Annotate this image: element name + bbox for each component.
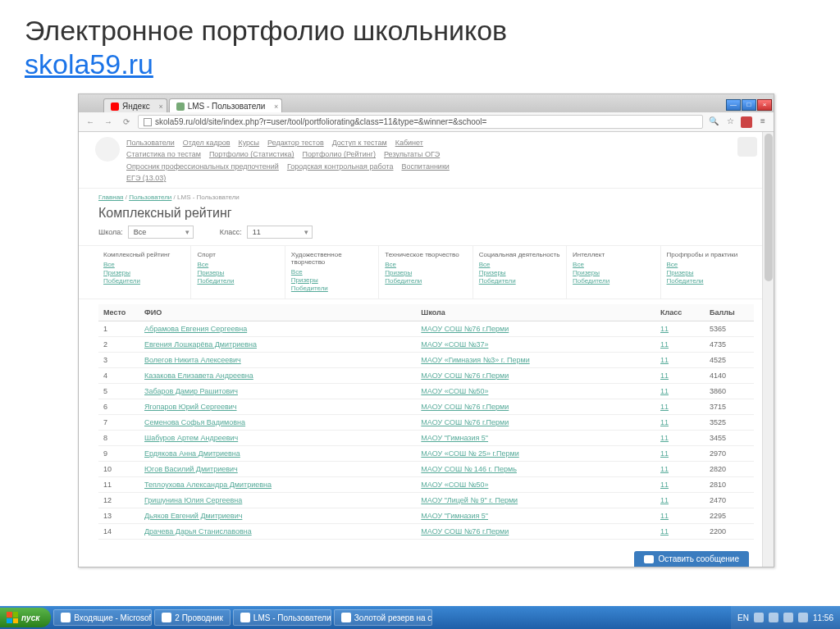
browser-tab-active[interactable]: LMS - Пользователи × xyxy=(169,98,283,112)
col-school[interactable]: Школа xyxy=(416,304,655,321)
nav-link[interactable]: Курсы xyxy=(238,139,259,147)
category-link[interactable]: Призеры xyxy=(291,276,373,285)
nav-link[interactable]: Кабинет xyxy=(395,139,423,147)
category-link[interactable]: Победители xyxy=(291,285,373,293)
category-link[interactable]: Все xyxy=(291,268,373,276)
category-link[interactable]: Победители xyxy=(197,277,279,285)
school-link[interactable]: МАОУ СОШ № 146 г. Пермь xyxy=(421,465,517,473)
student-link[interactable]: Югов Василий Дмитриевич xyxy=(144,465,238,473)
category-link[interactable]: Победители xyxy=(479,277,561,285)
school-link[interactable]: МАОУ "Лицей № 9" г. Перми xyxy=(421,496,518,504)
student-link[interactable]: Евгения Лошкарёва Дмитриевна xyxy=(144,340,257,349)
minimize-button[interactable]: — xyxy=(726,99,741,111)
tray-lang[interactable]: EN xyxy=(737,613,749,622)
class-link[interactable]: 11 xyxy=(660,387,669,395)
school-dropdown[interactable]: Все xyxy=(128,226,194,239)
reload-button[interactable]: ⟳ xyxy=(120,116,133,129)
student-link[interactable]: Гришунина Юлия Сергеевна xyxy=(144,496,242,504)
student-link[interactable]: Шабуров Артем Андреевич xyxy=(144,434,238,442)
student-link[interactable]: Ердякова Анна Дмитриевна xyxy=(144,449,240,458)
nav-link[interactable]: Портфолио (Статистика) xyxy=(209,150,294,158)
class-link[interactable]: 11 xyxy=(660,340,669,349)
student-link[interactable]: Семенова Софья Вадимовна xyxy=(144,418,245,426)
school-link[interactable]: МАОУ СОШ №76 г.Перми xyxy=(421,325,509,333)
close-icon[interactable]: × xyxy=(158,103,162,111)
nav-link[interactable]: Отдел кадров xyxy=(183,139,231,147)
nav-link[interactable]: Результаты ОГЭ xyxy=(384,150,440,158)
student-link[interactable]: Волегов Никита Алексеевич xyxy=(144,356,241,364)
slide-link[interactable]: skola59.ru xyxy=(25,48,153,80)
category-link[interactable]: Призеры xyxy=(667,269,749,277)
school-link[interactable]: МАОУ СОШ №76 г.Перми xyxy=(421,403,509,411)
school-link[interactable]: МАОУ «СОШ № 25» г.Перми xyxy=(421,449,518,458)
col-place[interactable]: Место xyxy=(98,304,139,321)
category-link[interactable]: Все xyxy=(667,261,749,269)
category-link[interactable]: Призеры xyxy=(385,269,467,277)
tray-icon[interactable] xyxy=(754,613,764,622)
school-link[interactable]: МАОУ СОШ №76 г.Перми xyxy=(421,371,509,380)
taskbar-item[interactable]: 2 Проводник xyxy=(154,609,231,626)
student-link[interactable]: Ягопаров Юрий Сергеевич xyxy=(144,403,237,411)
close-icon[interactable]: × xyxy=(274,103,278,111)
category-link[interactable]: Победители xyxy=(573,277,655,285)
class-link[interactable]: 11 xyxy=(660,325,669,333)
close-button[interactable]: × xyxy=(757,99,772,111)
category-link[interactable]: Призеры xyxy=(197,269,279,277)
category-link[interactable]: Победители xyxy=(385,277,467,285)
start-button[interactable]: пуск xyxy=(0,608,51,627)
nav-link[interactable]: Доступ к тестам xyxy=(332,139,387,147)
category-link[interactable]: Победители xyxy=(103,277,185,285)
student-link[interactable]: Забаров Дамир Рашитович xyxy=(144,387,238,395)
col-class[interactable]: Класс xyxy=(655,304,705,321)
class-link[interactable]: 11 xyxy=(660,449,669,458)
site-logo[interactable] xyxy=(95,137,120,162)
nav-link[interactable]: Редактор тестов xyxy=(267,139,324,147)
menu-icon[interactable]: ≡ xyxy=(757,116,769,128)
chat-widget[interactable]: Оставить сообщение xyxy=(634,551,749,567)
tray-clock[interactable]: 11:56 xyxy=(813,613,833,622)
category-link[interactable]: Все xyxy=(197,261,279,269)
school-link[interactable]: МАОУ "Гимназия 5" xyxy=(421,434,488,442)
school-link[interactable]: МАОУ СОШ №76 г.Перми xyxy=(421,418,509,426)
nav-link[interactable]: Портфолио (Рейтинг) xyxy=(303,150,376,158)
nav-link[interactable]: Городская контрольная работа xyxy=(287,162,394,171)
class-link[interactable]: 11 xyxy=(660,465,669,473)
maximize-button[interactable]: □ xyxy=(742,99,756,111)
tray-icon[interactable] xyxy=(769,613,778,622)
scrollbar[interactable] xyxy=(762,132,774,567)
bookmark-icon[interactable]: ☆ xyxy=(724,116,736,128)
forward-button[interactable]: → xyxy=(102,116,115,129)
student-link[interactable]: Абрамова Евгения Сергеевна xyxy=(144,325,247,333)
class-link[interactable]: 11 xyxy=(660,434,669,442)
browser-tab[interactable]: Яндекс × xyxy=(103,98,167,112)
nav-link[interactable]: Опросник профессиональных предпочтений xyxy=(126,162,279,171)
taskbar-item[interactable]: Входящие - Microsof... xyxy=(53,609,152,626)
nav-link[interactable]: Пользователи xyxy=(126,139,175,147)
breadcrumb-home[interactable]: Главная xyxy=(98,194,123,201)
category-link[interactable]: Все xyxy=(479,261,561,269)
class-link[interactable]: 11 xyxy=(660,418,669,426)
class-link[interactable]: 11 xyxy=(660,481,669,489)
school-link[interactable]: МАОУ «СОШ №50» xyxy=(421,481,488,489)
class-link[interactable]: 11 xyxy=(660,496,669,504)
taskbar-item[interactable]: LMS - Пользователи... xyxy=(233,609,331,626)
col-fio[interactable]: ФИО xyxy=(139,304,416,321)
school-link[interactable]: МАОУ «Гимназия №3» г. Перми xyxy=(421,356,529,364)
url-input[interactable]: skola59.ru/old/site/index.php?r=user/too… xyxy=(138,115,703,129)
col-score[interactable]: Баллы xyxy=(705,304,754,321)
class-dropdown[interactable]: 11 xyxy=(247,226,313,239)
category-link[interactable]: Все xyxy=(103,261,185,269)
school-link[interactable]: МАОУ СОШ №76 г.Перми xyxy=(421,527,509,536)
ext-icon[interactable] xyxy=(741,116,752,128)
taskbar-item[interactable]: Золотой резерв на с... xyxy=(334,609,432,626)
breadcrumb-link[interactable]: Пользователи xyxy=(129,194,171,201)
school-link[interactable]: МАОУ "Гимназия 5" xyxy=(421,512,488,520)
class-link[interactable]: 11 xyxy=(660,512,669,520)
category-link[interactable]: Все xyxy=(385,261,467,269)
nav-link[interactable]: ЕГЭ (13.03) xyxy=(126,174,166,182)
nav-link[interactable]: Статистика по тестам xyxy=(126,150,201,158)
student-link[interactable]: Теплоухова Александра Дмитриевна xyxy=(144,481,272,489)
class-link[interactable]: 11 xyxy=(660,371,669,380)
class-link[interactable]: 11 xyxy=(660,527,669,536)
category-link[interactable]: Призеры xyxy=(573,269,655,277)
